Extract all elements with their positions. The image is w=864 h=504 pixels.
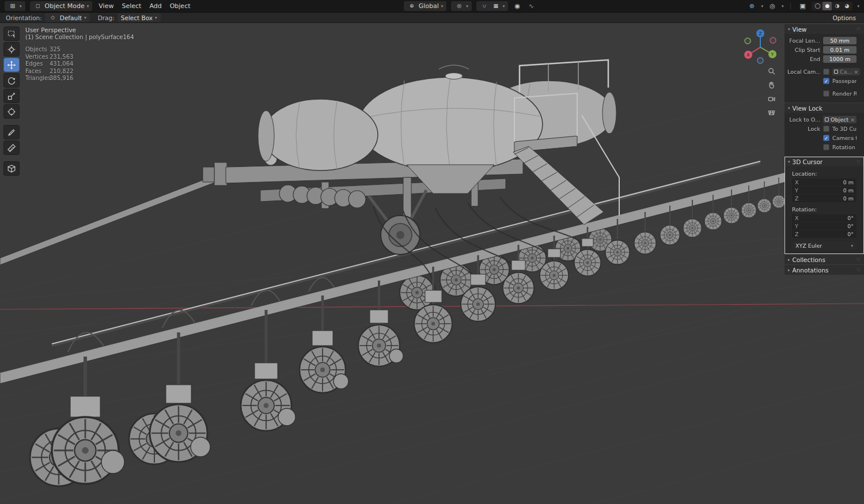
snapping-dropdown[interactable]: ∪ ▦ ▾ (476, 1, 509, 11)
chevron-down-icon: ▾ (155, 16, 157, 20)
select-box-icon (7, 29, 16, 39)
stat-value: 325 (50, 46, 134, 54)
menu-object[interactable]: Object (168, 2, 192, 10)
3d-viewport[interactable]: User Perspective (1) Scene Collection | … (0, 23, 864, 504)
shading-solid-button[interactable]: ● (823, 2, 832, 10)
navigation-gizmo[interactable]: Z X Y (742, 28, 779, 65)
menu-select[interactable]: Select (120, 2, 143, 10)
lock-to-object-row: Lock to O... Object × (787, 115, 857, 124)
clip-start-label: Clip Start (787, 47, 820, 53)
measure-icon (7, 143, 16, 153)
focal-length-value: 50 mm (830, 37, 850, 44)
tool-cursor[interactable] (3, 42, 20, 56)
orientation-default-icon: ◇ (48, 13, 58, 22)
transform-orientation-dropdown[interactable]: ⊕ Global ▾ (404, 1, 447, 11)
orientation-setting-dropdown[interactable]: ◇ Default ▾ (45, 13, 90, 22)
options-button[interactable]: Options (830, 14, 858, 21)
cursor-rotation-y[interactable]: Y 0° (792, 222, 857, 230)
axis-value: 0° (847, 231, 854, 237)
panel-title: View Lock (793, 105, 823, 112)
tool-move[interactable] (3, 58, 20, 72)
proportional-editing-toggle[interactable]: ◉ (513, 2, 522, 10)
local-camera-value: Ca... (840, 69, 852, 75)
cursor-location-z[interactable]: Z 0 m (792, 195, 857, 202)
panel-view-lock-header[interactable]: ▾ View Lock (785, 103, 864, 113)
cursor-location-x[interactable]: X 0 m (792, 179, 857, 186)
camera-to-view-checkbox[interactable]: ✓ (823, 135, 829, 141)
shading-wireframe-button[interactable]: ◯ (813, 2, 822, 10)
panel-annotations-header[interactable]: ▸ Annotations ∷ (785, 265, 864, 275)
cursor-rotation-x[interactable]: X 0° (792, 214, 857, 222)
tool-add-cube[interactable] (3, 161, 20, 176)
editor-type-button[interactable]: ⊞ ▾ (5, 1, 25, 11)
magnifier-icon (767, 67, 776, 75)
lock-to-object-field[interactable]: Object × (823, 116, 857, 123)
axis-label: Z (795, 231, 799, 237)
cursor-rotation-z[interactable]: Z 0° (792, 230, 857, 238)
axis-label: X (795, 179, 799, 185)
local-camera-checkbox[interactable] (823, 69, 829, 75)
panel-title: 3D Cursor (793, 158, 823, 165)
check-icon: ✓ (824, 78, 828, 84)
zoom-button[interactable] (766, 66, 776, 76)
perspective-toggle-button[interactable] (766, 107, 776, 118)
render-region-checkbox[interactable] (823, 90, 829, 97)
passepartout-checkbox[interactable]: ✓ (823, 78, 829, 84)
axis-value: 0 m (843, 187, 854, 194)
to-3d-cursor-checkbox[interactable] (823, 126, 829, 132)
toolbar (3, 26, 20, 177)
orientation-label: Global (419, 2, 439, 10)
clip-end-field[interactable]: 1000 m (823, 55, 857, 63)
shading-material-button[interactable]: ◑ (832, 2, 842, 10)
gizmo-minus-z[interactable] (757, 58, 763, 63)
move-icon (7, 60, 16, 70)
cursor-location-y[interactable]: Y 0 m (792, 187, 857, 194)
stat-value: 385,916 (50, 75, 134, 82)
focal-length-field[interactable]: 50 mm (823, 37, 857, 44)
rotation-order-dropdown[interactable]: XYZ Euler ▾ (792, 241, 857, 250)
chevron-down-icon[interactable]: ▾ (857, 4, 859, 9)
tool-settings-bar: Orientation: ◇ Default ▾ Drag: Select Bo… (0, 12, 864, 23)
tool-scale[interactable] (3, 89, 20, 103)
annotate-pen-icon (7, 128, 16, 137)
tool-transform[interactable] (3, 104, 20, 119)
xray-toggle[interactable]: ▣ (798, 2, 807, 10)
chevron-down-icon[interactable]: ▾ (782, 4, 784, 9)
clear-icon[interactable]: × (854, 69, 859, 75)
clip-start-field[interactable]: 0.01 m (823, 46, 857, 54)
gizmo-minus-x[interactable] (770, 37, 776, 43)
tool-select-box[interactable] (3, 26, 20, 41)
cursor-location-fields: X 0 m Y 0 m Z 0 m (792, 179, 857, 202)
pivot-point-dropdown[interactable]: ◎ ▾ (451, 1, 472, 11)
gizmo-minus-y[interactable] (745, 38, 751, 44)
menu-add[interactable]: Add (147, 2, 163, 10)
lock-rotation-checkbox[interactable] (823, 144, 829, 150)
local-camera-field[interactable]: Ca... × (832, 68, 860, 75)
pan-button[interactable] (766, 79, 776, 90)
scale-icon (7, 92, 16, 101)
shading-rendered-button[interactable]: ◕ (842, 2, 851, 10)
panel-collections-header[interactable]: ▸ Collections ∷ (785, 255, 864, 264)
menu-view[interactable]: View (97, 2, 115, 10)
panel-view-header[interactable]: ▾ View ∷ (785, 24, 864, 34)
render-region-row: Render Regi... (787, 89, 857, 98)
clip-end-row: End 1000 m (787, 55, 857, 63)
tool-annotate[interactable] (3, 125, 20, 139)
show-gizmo-toggle[interactable]: ⊕ (747, 2, 756, 10)
tool-rotate[interactable] (3, 73, 20, 88)
chevron-right-icon: ▸ (788, 268, 790, 272)
show-overlays-toggle[interactable]: ◎ (768, 2, 777, 10)
drag-dots-icon: ∷ (857, 257, 861, 262)
camera-view-button[interactable] (766, 93, 776, 104)
tool-measure[interactable] (3, 141, 20, 155)
drag-setting-dropdown[interactable]: Select Box ▾ (118, 13, 161, 22)
proportional-falloff-icon[interactable]: ∿ (526, 2, 536, 10)
mode-dropdown[interactable]: ◻ Object Mode ▾ (30, 1, 93, 11)
chevron-down-icon[interactable]: ▾ (761, 4, 763, 9)
panel-3d-cursor-header[interactable]: ▾ 3D Cursor ∷ (785, 157, 864, 166)
mode-label: Object Mode (45, 2, 85, 10)
planter-model[interactable] (0, 60, 796, 486)
viewport-3d-scene[interactable] (0, 23, 864, 504)
clip-end-value: 1000 m (829, 56, 850, 62)
clear-icon[interactable]: × (850, 117, 855, 123)
